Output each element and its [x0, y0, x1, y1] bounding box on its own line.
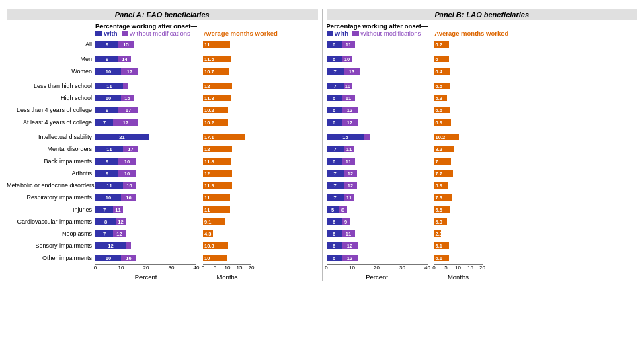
bar-without-b: 8	[339, 206, 347, 213]
row-label: Arthritis	[7, 170, 95, 177]
pct-bar-group: 11 16	[95, 182, 196, 189]
data-row-b: 6 11 2.9	[327, 228, 638, 240]
pct-bar-group-b: 7 12	[327, 170, 428, 177]
bar-months-b: 7.3	[434, 194, 452, 201]
months-bar-group-b: 5.3	[434, 218, 483, 225]
bar-months: 10.2	[203, 119, 228, 126]
pct-tick: 40	[194, 265, 200, 271]
pct-bar-group: 9 16	[95, 158, 196, 165]
data-row: Men 9 14 11.5	[7, 53, 318, 65]
legend-title-b: Percentage working after onset—	[327, 22, 638, 30]
bar-without-b: 12	[344, 182, 357, 189]
data-row: Other impairments 10 16 10	[7, 252, 318, 264]
pct-bar-group-b: 6 12	[327, 119, 428, 126]
mo-tick-b: 15	[467, 265, 473, 271]
mo-axis: 05101520 Months	[203, 264, 251, 281]
bar-months: 11	[203, 41, 230, 48]
pct-bar-group: 9 15	[95, 41, 196, 48]
bar-without-b: 12	[342, 255, 358, 261]
row-label: Respiratory impairments	[7, 194, 95, 201]
mo-tick-b: 10	[455, 265, 461, 271]
bar-months: 12	[203, 83, 232, 89]
bar-without: 16	[121, 255, 136, 261]
bar-with: 11	[95, 83, 123, 89]
pct-bar-group: 10 16	[95, 255, 196, 261]
row-label: Intellectual disability	[7, 134, 95, 140]
data-row-b: 7 13 6.4	[327, 65, 638, 77]
bar-months: 10.7	[203, 68, 229, 75]
bar-with: 7	[95, 230, 113, 237]
bar-without-b: 9	[342, 218, 350, 225]
pct-bar-group: 10 15	[95, 95, 196, 101]
bar-without: 17	[118, 107, 138, 113]
bar-with-b: 6	[327, 119, 342, 126]
bar-with: 9	[95, 56, 118, 62]
data-row-b: 15 10.2	[327, 131, 638, 143]
bar-with-b: 15	[327, 134, 364, 140]
legend-with-b: With	[335, 30, 349, 37]
bar-without-b: 12	[342, 242, 358, 249]
legend-b: Percentage working after onset— With Wit…	[327, 22, 638, 37]
data-row: Arthritis 9 16 12	[7, 167, 318, 179]
bar-without-b	[364, 134, 370, 140]
panel-b-title: Panel B: LAO beneficiaries	[327, 9, 638, 20]
months-bar-group: 4.3	[203, 230, 251, 237]
bar-without: 16	[118, 170, 136, 177]
bar-with: 21	[95, 134, 149, 140]
bar-months-b: 6	[434, 56, 449, 62]
bar-months: 11	[203, 206, 230, 213]
bar-without: 11	[113, 206, 123, 213]
months-bar-group-b: 10.2	[434, 134, 483, 140]
data-row-b: 6 11 6.2	[327, 38, 638, 50]
panel-a-title: Panel A: EAO beneficiaries	[7, 9, 318, 20]
bar-months-b: 5.3	[434, 95, 447, 101]
bar-months-b: 6.4	[434, 68, 450, 75]
pct-bar-group: 7 17	[95, 119, 196, 126]
data-row-b: 6 11 7	[327, 155, 638, 167]
bar-without-b: 11	[342, 158, 355, 165]
data-row-b: 7 12 7.7	[327, 167, 638, 179]
legend-without-a: Without modifications	[130, 30, 190, 37]
data-row-b: 6 10 6	[327, 53, 638, 65]
mo-axis-b: 05101520 Months	[434, 264, 483, 281]
months-bar-group: 10.2	[203, 119, 251, 126]
pct-bar-group: 11	[95, 83, 196, 89]
mo-tick-b: 0	[432, 265, 435, 271]
x-axis-b: 010203040 Percent 05101520 Months	[327, 264, 638, 281]
bar-months: 11.9	[203, 182, 232, 189]
data-row-b: 6 12 6.1	[327, 240, 638, 252]
data-row: Metabolic or endocrine disorders 11 16 1…	[7, 179, 318, 191]
pct-bar-group-b: 6 12	[327, 255, 428, 261]
data-row-b: 7 10 6.5	[327, 80, 638, 92]
pct-bar-group-b: 6 11	[327, 230, 428, 237]
bar-months: 10.2	[203, 107, 228, 113]
data-row-b: 6 12 6.9	[327, 116, 638, 128]
bar-months-b: 6.6	[434, 107, 450, 113]
months-bar-group: 11	[203, 206, 251, 213]
bar-with: 10	[95, 95, 121, 101]
mo-tick-b: 20	[479, 265, 485, 271]
pct-tick: 20	[143, 265, 149, 271]
bar-months-b: 6.1	[434, 255, 449, 261]
pct-bar-group: 9 17	[95, 107, 196, 113]
bar-with-b: 6	[327, 95, 342, 101]
bar-with: 10	[95, 68, 121, 75]
pct-tick: 10	[118, 265, 124, 271]
months-bar-group-b: 6.1	[434, 242, 483, 249]
data-row-b: 6 12 6.1	[327, 252, 638, 264]
bar-without-b: 10	[342, 56, 352, 62]
data-row: Mental disorders 11 17 12	[7, 143, 318, 155]
pct-bar-group-b: 6 11	[327, 41, 428, 48]
bar-without-b: 12	[342, 107, 358, 113]
months-bar-group-b: 6.4	[434, 68, 483, 75]
pct-tick-b: 10	[349, 265, 355, 271]
panel-a: Panel A: EAO beneficiaries Percentage wo…	[7, 9, 318, 281]
bar-with: 9	[95, 158, 118, 165]
mo-tick: 15	[237, 265, 243, 271]
legend-a: Percentage working after onset— With Wit…	[7, 22, 318, 37]
pct-axis-b: 010203040 Percent	[327, 264, 428, 281]
without-swatch	[122, 31, 128, 36]
bar-without	[123, 83, 128, 89]
months-bar-group-b: 6.5	[434, 206, 483, 213]
pct-tick: 30	[169, 265, 175, 271]
